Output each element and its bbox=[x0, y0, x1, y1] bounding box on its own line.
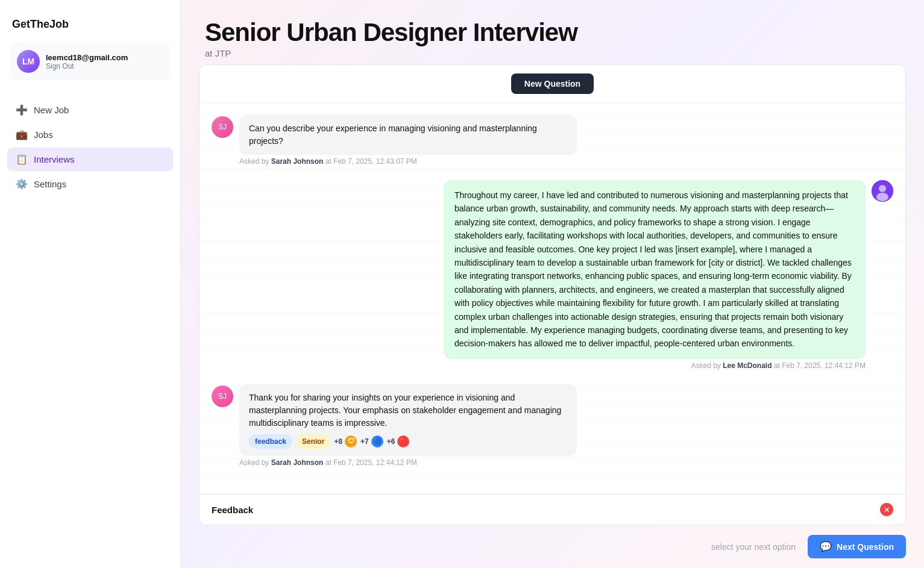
page-title: Senior Urban Designer Interview bbox=[205, 18, 900, 47]
meta-author-3: Sarah Johnson bbox=[271, 458, 324, 467]
new-question-button[interactable]: New Question bbox=[511, 73, 594, 94]
bottom-bar: select your next option 💬 Next Question bbox=[181, 525, 924, 568]
close-feedback-button[interactable]: ✕ bbox=[880, 503, 893, 516]
page-subtitle: at JTP bbox=[205, 48, 900, 58]
message-body-3: Thank you for sharing your insights on y… bbox=[249, 393, 561, 428]
avatar: LM bbox=[17, 50, 40, 73]
avatar-sarah-2: SJ bbox=[212, 385, 233, 407]
badge-blue-icon: 🔵 bbox=[371, 435, 383, 448]
meta-timestamp-1: at Feb 7, 2025, 12:43:07 PM bbox=[325, 157, 417, 166]
message-text-3: Thank you for sharing your insights on y… bbox=[239, 384, 577, 456]
main-content: Senior Urban Designer Interview at JTP N… bbox=[181, 0, 924, 568]
meta-asked-by-1: Asked by bbox=[239, 157, 269, 166]
score-value-1: +8 bbox=[334, 436, 342, 447]
meta-asked-by-3: Asked by bbox=[239, 458, 269, 467]
sidebar-item-label: Interviews bbox=[34, 154, 75, 164]
message-meta-1: Asked by Sarah Johnson at Feb 7, 2025, 1… bbox=[239, 157, 893, 166]
message-icon: 💬 bbox=[820, 541, 832, 552]
sidebar: GetTheJob LM leemcd18@gmail.com Sign Out… bbox=[0, 0, 181, 568]
chat-container: New Question SJ Can you describe your ex… bbox=[199, 64, 906, 525]
score-value-3: +6 bbox=[387, 436, 395, 447]
next-question-button[interactable]: 💬 Next Question bbox=[808, 535, 906, 558]
bubble-left-1: SJ Can you describe your experience in m… bbox=[212, 115, 893, 155]
feedback-bar: Feedback ✕ bbox=[200, 494, 905, 525]
sidebar-item-label: New Job bbox=[34, 105, 69, 115]
score-tag-3: +6 🔴 bbox=[387, 435, 410, 448]
message-meta-3: Asked by Sarah Johnson at Feb 7, 2025, 1… bbox=[239, 458, 893, 467]
score-tag-1: +8 🛡 bbox=[334, 435, 357, 448]
message-group-2: Throughout my career, I have led and con… bbox=[212, 180, 893, 370]
sidebar-item-new-job[interactable]: ➕ New Job bbox=[7, 98, 173, 122]
feedback-label: Feedback bbox=[212, 505, 253, 515]
badge-red-icon: 🔴 bbox=[397, 435, 409, 448]
message-text-1: Can you describe your experience in mana… bbox=[239, 115, 577, 155]
message-text-2: Throughout my career, I have led and con… bbox=[444, 180, 866, 359]
tags-row: feedback Senior +8 🛡 +7 🔵 +6 bbox=[249, 434, 567, 449]
score-tag-2: +7 🔵 bbox=[360, 435, 383, 448]
jobs-icon: 💼 bbox=[16, 129, 28, 140]
sign-out-link[interactable]: Sign Out bbox=[46, 62, 128, 70]
select-hint: select your next option bbox=[711, 542, 796, 552]
message-group-3: SJ Thank you for sharing your insights o… bbox=[212, 384, 893, 467]
feedback-tag: feedback bbox=[249, 434, 292, 449]
bubble-left-3: SJ Thank you for sharing your insights o… bbox=[212, 384, 893, 456]
avatar-lee bbox=[872, 180, 893, 202]
avatar-sarah: SJ bbox=[212, 116, 233, 138]
meta-timestamp-2: at Feb 7, 2025, 12:44:12 PM bbox=[774, 361, 866, 370]
settings-icon: ⚙️ bbox=[16, 178, 28, 190]
svg-point-2 bbox=[876, 193, 888, 201]
bubble-right-2: Throughout my career, I have led and con… bbox=[212, 180, 893, 359]
message-group-1: SJ Can you describe your experience in m… bbox=[212, 115, 893, 166]
meta-timestamp-3: at Feb 7, 2025, 12:44:12 PM bbox=[325, 458, 417, 467]
sidebar-item-jobs[interactable]: 💼 Jobs bbox=[7, 123, 173, 146]
interviews-icon: 📋 bbox=[16, 154, 28, 165]
sidebar-item-label: Jobs bbox=[34, 130, 53, 140]
plus-icon: ➕ bbox=[16, 104, 28, 116]
sidebar-nav: ➕ New Job 💼 Jobs 📋 Interviews ⚙️ Setting… bbox=[0, 92, 180, 203]
next-question-label: Next Question bbox=[837, 542, 894, 552]
user-email: leemcd18@gmail.com bbox=[46, 53, 128, 62]
page-header: Senior Urban Designer Interview at JTP bbox=[181, 0, 924, 64]
meta-asked-by-2: Asked by bbox=[691, 361, 720, 370]
chat-top-bar: New Question bbox=[200, 65, 905, 103]
user-card: LM leemcd18@gmail.com Sign Out bbox=[10, 43, 171, 80]
meta-author-1: Sarah Johnson bbox=[271, 157, 324, 166]
sidebar-item-label: Settings bbox=[34, 179, 66, 189]
message-meta-2: Asked by Lee McDonald at Feb 7, 2025, 12… bbox=[212, 361, 866, 370]
score-value-2: +7 bbox=[360, 436, 369, 447]
svg-point-1 bbox=[879, 185, 886, 192]
sidebar-item-interviews[interactable]: 📋 Interviews bbox=[7, 148, 173, 171]
chat-messages[interactable]: SJ Can you describe your experience in m… bbox=[200, 103, 905, 494]
app-logo: GetTheJob bbox=[0, 12, 180, 43]
senior-tag: Senior bbox=[296, 434, 330, 449]
badge-gold-icon: 🛡 bbox=[345, 435, 357, 448]
meta-author-2: Lee McDonald bbox=[723, 361, 772, 370]
sidebar-item-settings[interactable]: ⚙️ Settings bbox=[7, 172, 173, 196]
